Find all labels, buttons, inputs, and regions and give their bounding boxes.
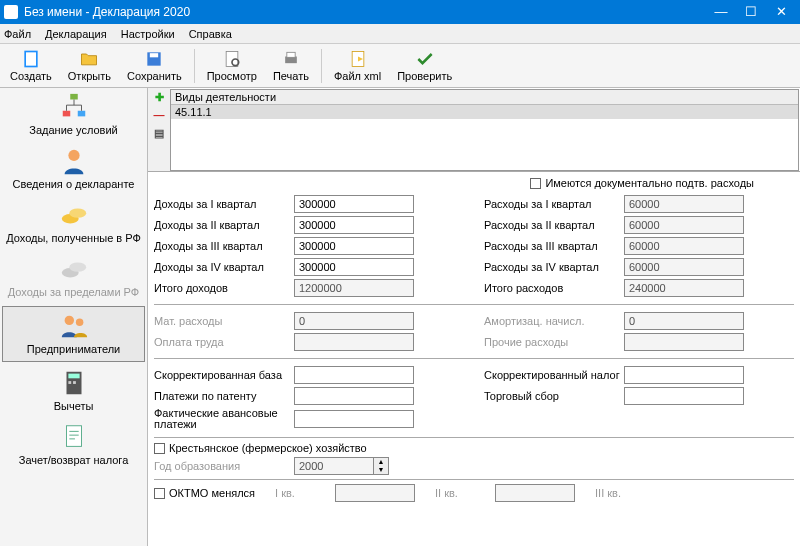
- view-button[interactable]: Просмотр: [199, 47, 265, 84]
- menu-settings[interactable]: Настройки: [121, 28, 175, 40]
- activities-row[interactable]: 45.11.1: [171, 105, 798, 119]
- svg-rect-10: [77, 111, 85, 117]
- svg-point-15: [69, 262, 86, 271]
- window-titlebar: Без имени - Декларация 2020 — ☐ ✕: [0, 0, 800, 24]
- amort-label: Амортизац. начисл.: [484, 315, 624, 327]
- print-label: Печать: [273, 70, 309, 82]
- other-label: Прочие расходы: [484, 336, 624, 348]
- window-title: Без имени - Декларация 2020: [24, 5, 706, 19]
- sidebar-item-refund[interactable]: Зачет/возврат налога: [0, 418, 147, 472]
- trade-label: Торговый сбор: [484, 390, 624, 402]
- pay-label: Оплата труда: [154, 336, 294, 348]
- q1-input: [335, 484, 415, 502]
- main-area: ✚ — ▤ Виды деятельности 45.11.1 Имеются …: [148, 88, 800, 546]
- patent-input[interactable]: [294, 387, 414, 405]
- exp-q2-input: [624, 216, 744, 234]
- new-file-icon: [21, 49, 41, 69]
- toolbar: Создать Открыть Сохранить Просмотр Печат…: [0, 44, 800, 88]
- inc-tot-label: Итого доходов: [154, 282, 294, 294]
- svg-point-17: [75, 319, 83, 327]
- people-icon: [59, 311, 89, 341]
- inc-q4-label: Доходы за IV квартал: [154, 261, 294, 273]
- exp-q1-input: [624, 195, 744, 213]
- sidebar-label: Предприниматели: [27, 343, 120, 355]
- q3-label: III кв.: [595, 487, 655, 499]
- mat-label: Мат. расходы: [154, 315, 294, 327]
- inc-q3-label: Доходы за III квартал: [154, 240, 294, 252]
- svg-rect-21: [73, 381, 76, 384]
- mat-input: [294, 312, 414, 330]
- advance-input[interactable]: [294, 410, 414, 428]
- activities-listbox[interactable]: Виды деятельности 45.11.1: [170, 89, 799, 171]
- coins-icon: [59, 200, 89, 230]
- sidebar-item-deductions[interactable]: Вычеты: [0, 364, 147, 418]
- inc-q4-input[interactable]: [294, 258, 414, 276]
- exp-q4-label: Расходы за IV квартал: [484, 261, 624, 273]
- person-icon: [59, 146, 89, 176]
- menu-declaration[interactable]: Декларация: [45, 28, 107, 40]
- add-item-button[interactable]: ✚: [152, 90, 166, 104]
- year-input: [294, 457, 374, 475]
- svg-point-13: [69, 208, 86, 217]
- xml-label: Файл xml: [334, 70, 381, 82]
- create-button[interactable]: Создать: [2, 47, 60, 84]
- other-input: [624, 333, 744, 351]
- oktmo-label: ОКТМО менялся: [169, 487, 255, 499]
- exp-q3-label: Расходы за III квартал: [484, 240, 624, 252]
- q2-label: II кв.: [435, 487, 495, 499]
- save-label: Сохранить: [127, 70, 182, 82]
- sidebar-item-entrepreneurs[interactable]: Предприниматели: [2, 306, 145, 362]
- save-button[interactable]: Сохранить: [119, 47, 190, 84]
- open-label: Открыть: [68, 70, 111, 82]
- save-icon: [144, 49, 164, 69]
- menu-bar: Файл Декларация Настройки Справка: [0, 24, 800, 44]
- svg-point-16: [64, 316, 73, 325]
- menu-help[interactable]: Справка: [189, 28, 232, 40]
- hasdoc-checkbox[interactable]: [530, 178, 541, 189]
- q2-input: [495, 484, 575, 502]
- year-label: Год образования: [154, 460, 294, 472]
- svg-rect-20: [68, 381, 71, 384]
- sidebar-label: Доходы за пределами РФ: [8, 286, 139, 298]
- inc-q3-input[interactable]: [294, 237, 414, 255]
- corrtax-label: Скорректированный налог: [484, 369, 624, 381]
- form-area: Имеются документально подтв. расходы Дох…: [148, 172, 800, 546]
- svg-point-11: [68, 150, 79, 161]
- xml-button[interactable]: Файл xml: [326, 47, 389, 84]
- print-button[interactable]: Печать: [265, 47, 317, 84]
- inc-q2-input[interactable]: [294, 216, 414, 234]
- remove-item-button[interactable]: —: [152, 108, 166, 122]
- check-button[interactable]: Проверить: [389, 47, 460, 84]
- exp-q4-input: [624, 258, 744, 276]
- year-spinner[interactable]: ▲▼: [374, 457, 389, 475]
- oktmo-checkbox[interactable]: [154, 488, 165, 499]
- pay-input: [294, 333, 414, 351]
- sidebar-label: Доходы, полученные в РФ: [6, 232, 141, 244]
- trade-input[interactable]: [624, 387, 744, 405]
- sidebar-item-income-out[interactable]: Доходы за пределами РФ: [0, 250, 147, 304]
- sidebar: Задание условий Сведения о декларанте До…: [0, 88, 148, 546]
- open-folder-icon: [79, 49, 99, 69]
- open-button[interactable]: Открыть: [60, 47, 119, 84]
- toolbar-separator: [321, 49, 322, 83]
- sidebar-item-income-rf[interactable]: Доходы, полученные в РФ: [0, 196, 147, 250]
- q1-label: I кв.: [275, 487, 335, 499]
- check-icon: [415, 49, 435, 69]
- maximize-button[interactable]: ☐: [736, 0, 766, 24]
- corrtax-input[interactable]: [624, 366, 744, 384]
- corrbase-input[interactable]: [294, 366, 414, 384]
- inc-q1-input[interactable]: [294, 195, 414, 213]
- exp-q3-input: [624, 237, 744, 255]
- edit-item-button[interactable]: ▤: [152, 126, 166, 140]
- svg-rect-0: [25, 52, 37, 67]
- close-button[interactable]: ✕: [766, 0, 796, 24]
- sidebar-item-conditions[interactable]: Задание условий: [0, 88, 147, 142]
- activities-header: Виды деятельности: [171, 90, 798, 105]
- farm-checkbox[interactable]: [154, 443, 165, 454]
- sidebar-item-declarant[interactable]: Сведения о декларанте: [0, 142, 147, 196]
- minimize-button[interactable]: —: [706, 0, 736, 24]
- menu-file[interactable]: Файл: [4, 28, 31, 40]
- inc-q2-label: Доходы за II квартал: [154, 219, 294, 231]
- farm-label: Крестьянское (фермерское) хозяйство: [169, 442, 367, 454]
- coins-grey-icon: [59, 254, 89, 284]
